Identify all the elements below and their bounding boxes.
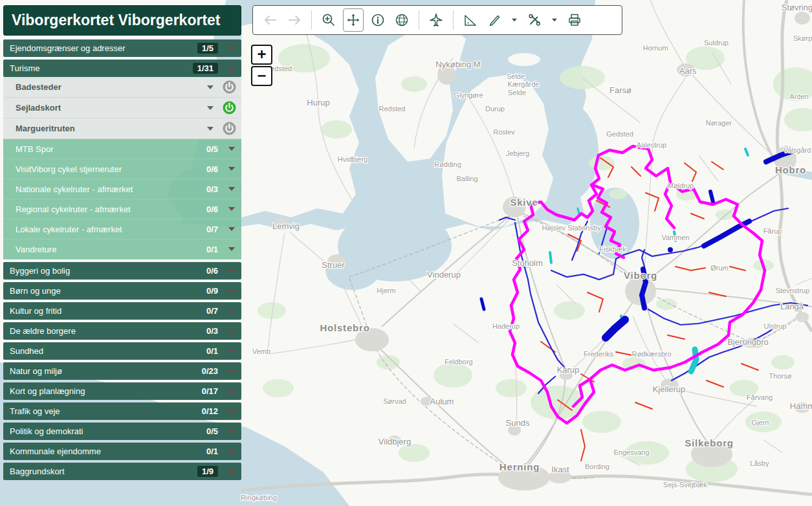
map-label-valsg-rd: Valsgård — [784, 146, 811, 154]
category-count: 1/31 — [193, 63, 218, 74]
chevron-down-icon[interactable] — [228, 247, 235, 251]
layer-group-nationale-cykelruter-afm-rket[interactable]: Nationale cykelruter - afmærket0/3 — [3, 179, 241, 199]
category-kultur-og-fritid[interactable]: Kultur og fritid0/7 — [3, 302, 241, 320]
toolbar-separator — [419, 10, 419, 30]
layer-margueritruten[interactable]: Margueritruten — [3, 118, 241, 139]
chevron-down-icon[interactable] — [228, 207, 235, 211]
measure-tool-button[interactable] — [461, 9, 480, 31]
caret-down-icon — [550, 16, 559, 25]
chevron-down-icon[interactable] — [228, 369, 235, 373]
category-label: Trafik og veje — [10, 406, 202, 416]
map-label-stevnstrup: Stevnstrup — [776, 287, 810, 294]
category-kort-og-planl-gning[interactable]: Kort og planlægning0/17 — [3, 382, 241, 400]
caret-down-icon — [510, 16, 519, 25]
chevron-down-icon[interactable] — [228, 167, 235, 171]
map-label-skive: Skive — [510, 197, 538, 208]
map-label-hammel: Hammel — [790, 401, 812, 411]
info-tool-button[interactable] — [368, 9, 388, 31]
chevron-up-icon[interactable] — [228, 67, 235, 71]
chevron-down-icon[interactable] — [228, 349, 235, 353]
power-off-icon[interactable] — [223, 80, 236, 94]
group-count: 0/5 — [206, 144, 218, 154]
category-sundhed[interactable]: Sundhed0/1 — [3, 342, 241, 360]
category-count: 0/5 — [206, 426, 218, 436]
group-count: 0/7 — [206, 225, 218, 234]
group-label: Nationale cykelruter - afmærket — [16, 184, 206, 194]
chevron-down-icon[interactable] — [228, 470, 235, 474]
layer-group-mtb-spor[interactable]: MTB Spor0/5 — [3, 139, 241, 159]
protractor-icon — [463, 12, 478, 28]
layer-sidebar: Viborgerkortet Viborgerkortet Ejendomsgr… — [3, 5, 241, 483]
layer-group-visitviborg-cykel-stjerneruter[interactable]: VisitViborg cykel stjerneruter0/6 — [3, 159, 241, 179]
map-label-gedsted: Gedsted — [606, 130, 633, 138]
map-label-aars: Aars — [679, 66, 697, 76]
category-politik-og-demokrati[interactable]: Politik og demokrati0/5 — [3, 423, 241, 440]
pan-arrows-icon — [346, 12, 361, 28]
map-label-kjellerup: Kjellerup — [653, 384, 686, 394]
layer-group-regional-cykelruter-afm-rket[interactable]: Regional cykelruter - afmærket0/6 — [3, 199, 241, 219]
map-label-hornum: Hornum — [642, 44, 668, 52]
power-off-icon[interactable] — [223, 122, 236, 135]
chevron-down-icon[interactable] — [228, 450, 235, 454]
tools-menu-button[interactable] — [525, 9, 544, 31]
history-forward-button — [285, 9, 304, 31]
category-baggrundskort[interactable]: Baggrundskort1/9 — [3, 463, 241, 480]
draw-tool-button[interactable] — [485, 9, 504, 31]
chevron-down-icon[interactable] — [228, 47, 235, 50]
zoom-out-button[interactable]: − — [251, 66, 272, 86]
layer-label: Sejladskort — [16, 103, 207, 113]
fly-to-tool-button[interactable] — [426, 9, 446, 31]
chevron-down-icon[interactable] — [228, 289, 235, 293]
map-label-r-dding: Rødding — [434, 160, 461, 168]
toolbar-separator — [453, 10, 454, 30]
category-kommunale-ejendomme[interactable]: Kommunale ejendomme0/1 — [3, 443, 241, 460]
zoom-in-tool-button[interactable] — [319, 9, 338, 31]
map-label-r-dk-rsbro: Rødkærsbro — [631, 350, 671, 358]
chevron-down-icon[interactable] — [207, 85, 214, 89]
category-count: 0/7 — [206, 306, 218, 316]
map-label-nyk-bing-m: Nykøbing M — [435, 60, 480, 69]
category-de-ldre-borgere[interactable]: De ældre borgere0/3 — [3, 322, 241, 340]
chevron-down-icon[interactable] — [228, 329, 235, 333]
draw-tool-menu-button[interactable] — [509, 9, 520, 31]
chevron-down-icon[interactable] — [228, 269, 235, 273]
chevron-down-icon[interactable] — [228, 410, 235, 413]
tools-menu-caret-button[interactable] — [549, 9, 560, 31]
map-label-gjern: Gjern — [752, 419, 769, 426]
category-ejendomsgr-nser-og-adresser[interactable]: Ejendomsgrænser og adresser1/5 — [3, 39, 241, 57]
map-label-sejs-svejb-k: Sejs-Svejbæk — [663, 481, 707, 489]
print-tool-button[interactable] — [565, 9, 584, 31]
category-trafik-og-veje[interactable]: Trafik og veje0/12 — [3, 402, 241, 420]
chevron-down-icon[interactable] — [228, 309, 235, 313]
map-label-holstebro: Holstebro — [320, 322, 369, 333]
layer-group-lokale-cykelruter-afm-rket[interactable]: Lokale cykelruter - afmærket0/7 — [3, 219, 241, 239]
chevron-down-icon[interactable] — [228, 430, 235, 434]
map-label-vammen: Vammen — [661, 234, 689, 241]
chevron-down-icon[interactable] — [228, 227, 235, 231]
map-label-hjerm: Hjerm — [377, 287, 395, 294]
group-count: 0/1 — [206, 245, 218, 254]
map-label-sk-rping: Skørping — [793, 34, 812, 42]
category-b-rn-og-unge[interactable]: Børn og unge0/9 — [3, 282, 241, 300]
map-label-hobro: Hobro — [775, 164, 806, 175]
category-byggeri-og-bolig[interactable]: Byggeri og bolig0/6 — [3, 262, 241, 280]
layer-badesteder[interactable]: Badesteder — [3, 77, 241, 98]
chevron-down-icon[interactable] — [207, 127, 214, 131]
group-label: Lokale cykelruter - afmærket — [16, 225, 206, 234]
arrow-right-icon — [287, 12, 302, 28]
category-natur-og-milj[interactable]: Natur og miljø0/23 — [3, 362, 241, 380]
globe-tool-button[interactable] — [392, 9, 411, 31]
layer-sejladskort[interactable]: Sejladskort — [3, 98, 241, 118]
category-turisme[interactable]: Turisme1/31 — [3, 60, 241, 77]
zoom-in-button[interactable]: + — [251, 45, 272, 65]
power-on-icon[interactable] — [223, 101, 236, 115]
turisme-panel: BadestederSejladskortMargueritrutenMTB S… — [3, 77, 241, 259]
chevron-down-icon[interactable] — [207, 106, 214, 110]
category-list-top: Ejendomsgrænser og adresser1/5Turisme1/3… — [3, 39, 241, 77]
chevron-down-icon[interactable] — [228, 147, 235, 151]
layer-group-vandreture[interactable]: Vandreture0/1 — [3, 239, 241, 259]
pan-tool-button[interactable] — [343, 8, 364, 32]
chevron-down-icon[interactable] — [228, 390, 235, 393]
chevron-down-icon[interactable] — [228, 187, 235, 191]
group-count: 0/6 — [206, 164, 218, 174]
